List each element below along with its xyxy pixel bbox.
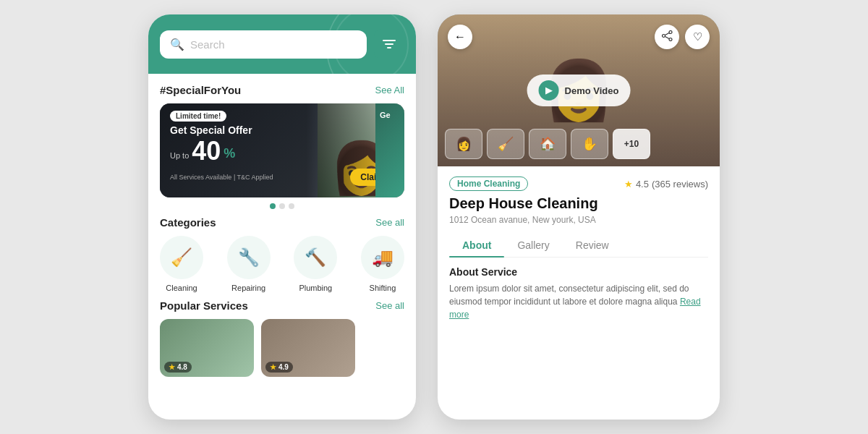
detail-hero: 👩 ← (438, 14, 720, 166)
popular-card-2[interactable]: ★ 4.9 (261, 319, 355, 377)
discount-percent: % (224, 146, 235, 161)
play-icon: ▶ (539, 80, 559, 101)
popular-see-all[interactable]: See all (375, 300, 404, 311)
service-tag: Home Cleaning (449, 176, 528, 191)
cleaning-icon: 🧹 (160, 236, 203, 279)
tab-about[interactable]: About (449, 234, 504, 257)
dot-3[interactable] (289, 203, 294, 209)
rating-row: ★ 4.5 (365 reviews) (624, 179, 708, 190)
category-repairing[interactable]: 🔧 Repairing (227, 236, 271, 292)
categories-see-all[interactable]: See all (375, 217, 404, 228)
plumbing-icon: 🔨 (294, 236, 337, 279)
about-text-content: Lorem ipsum dolor sit amet, consectetur … (449, 284, 689, 307)
thumbnail-more[interactable]: +10 (613, 129, 650, 159)
shifting-icon: 🚚 (361, 236, 404, 279)
promo-title: Get Special Offer (170, 124, 394, 137)
shifting-label: Shifting (370, 284, 396, 292)
rating-value-detail: 4.5 (636, 179, 649, 190)
detail-tabs: About Gallery Review (449, 234, 708, 258)
promo-discount-row: Up to 40 % (170, 138, 394, 164)
share-button[interactable] (655, 25, 679, 49)
svg-point-4 (662, 35, 665, 38)
repairing-label: Repairing (231, 284, 265, 292)
thumbnail-4[interactable]: ✋ (571, 129, 608, 159)
promo-overlay: Limited time! Get Special Offer Up to 40… (160, 103, 404, 197)
categories-title: Categories (160, 216, 216, 229)
special-see-all[interactable]: See All (375, 85, 404, 95)
reviews-count: (365 reviews) (652, 179, 708, 190)
repairing-icon: 🔧 (227, 236, 271, 279)
star-icon-2: ★ (270, 363, 276, 371)
promo-footer: All Services Available | T&C Applied Cla… (170, 169, 394, 186)
service-tag-row: Home Cleaning ★ 4.5 (365 reviews) (449, 176, 708, 191)
svg-line-7 (665, 37, 669, 39)
dot-2[interactable] (279, 203, 285, 209)
about-text: Lorem ipsum dolor sit amet, consectetur … (449, 282, 708, 321)
thumbnail-row: 👩 🧹 🏠 ✋ +10 (445, 129, 650, 159)
popular-header: Popular Services See all (160, 299, 404, 312)
filter-button[interactable] (374, 29, 404, 59)
app-container: 🔍 Search #SpecialForYou See All (0, 0, 868, 434)
thumbnail-3[interactable]: 🏠 (529, 129, 566, 159)
tab-gallery[interactable]: Gallery (504, 234, 562, 257)
popular-title: Popular Services (160, 299, 248, 312)
phone-right: 👩 ← (438, 14, 720, 420)
favorite-button[interactable]: ♡ (685, 25, 710, 49)
popular-cards-row: ★ 4.8 ★ 4.9 (160, 319, 404, 377)
hero-actions: ♡ (655, 25, 710, 49)
phone-body: #SpecialForYou See All Limited time! Get… (148, 74, 416, 420)
categories-row: 🧹 Cleaning 🔧 Repairing 🔨 Plumbing 🚚 Shif… (160, 236, 404, 292)
share-icon (662, 30, 673, 43)
svg-line-6 (665, 33, 669, 35)
rating-value-2: 4.9 (278, 363, 289, 371)
promo-card[interactable]: Limited time! Get Special Offer Up to 40… (160, 103, 404, 197)
discount-number: 40 (192, 138, 221, 164)
categories-header: Categories See all (160, 216, 404, 229)
back-icon: ← (454, 30, 466, 43)
service-address: 1012 Ocean avanue, New yourk, USA (449, 215, 708, 225)
star-icon-detail: ★ (624, 179, 633, 190)
back-button[interactable]: ← (448, 25, 472, 49)
thumbnail-2[interactable]: 🧹 (487, 129, 524, 159)
phone-left: 🔍 Search #SpecialForYou See All (148, 14, 416, 420)
up-to-label: Up to (170, 151, 189, 160)
rating-value-1: 4.8 (177, 363, 187, 371)
cleaning-label: Cleaning (166, 284, 197, 292)
search-bar[interactable]: 🔍 Search (160, 30, 367, 59)
about-section-title: About Service (449, 266, 708, 278)
svg-point-5 (669, 38, 672, 41)
search-placeholder: Search (190, 38, 357, 51)
promo-fine-print: All Services Available | T&C Applied (170, 174, 273, 181)
star-icon-1: ★ (169, 363, 175, 371)
special-section-header: #SpecialForYou See All (160, 84, 404, 96)
heart-icon: ♡ (693, 30, 702, 43)
popular-card-1[interactable]: ★ 4.8 (160, 319, 254, 377)
rating-badge-2: ★ 4.9 (265, 362, 293, 373)
phone-header: 🔍 Search (148, 14, 416, 74)
categories-section: Categories See all 🧹 Cleaning 🔧 Repairin… (160, 216, 404, 292)
category-cleaning[interactable]: 🧹 Cleaning (160, 236, 203, 292)
carousel-dots (160, 203, 404, 209)
search-icon: 🔍 (170, 38, 184, 51)
limited-badge: Limited time! (170, 111, 226, 122)
plumbing-label: Plumbing (299, 284, 332, 292)
detail-body: Home Cleaning ★ 4.5 (365 reviews) Deep H… (438, 166, 720, 420)
dot-1[interactable] (270, 203, 276, 209)
svg-point-3 (669, 31, 672, 34)
popular-section: Popular Services See all ★ 4.8 ★ 4.9 (160, 299, 404, 377)
rating-badge-1: ★ 4.8 (164, 362, 192, 373)
promo-second-text: Ge (380, 111, 400, 119)
service-title: Deep House Cleaning (449, 195, 708, 212)
tab-review[interactable]: Review (563, 234, 622, 257)
promo-second-card-peek: Ge (375, 103, 404, 197)
category-plumbing[interactable]: 🔨 Plumbing (294, 236, 337, 292)
category-shifting[interactable]: 🚚 Shifting (361, 236, 404, 292)
demo-video-label: Demo Video (565, 85, 619, 96)
thumbnail-1[interactable]: 👩 (445, 129, 482, 159)
demo-video-button[interactable]: ▶ Demo Video (527, 75, 631, 106)
special-title: #SpecialForYou (160, 84, 241, 96)
